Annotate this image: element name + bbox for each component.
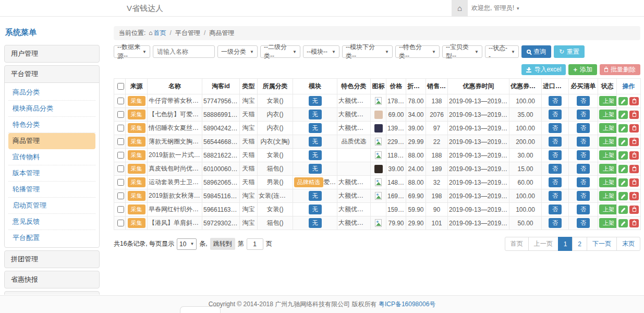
status-button[interactable]: 上架: [599, 218, 617, 228]
row-checkbox[interactable]: [117, 192, 124, 199]
module-badge[interactable]: 无: [309, 150, 322, 160]
edit-button[interactable]: [618, 151, 628, 160]
module-badge[interactable]: 无: [309, 110, 322, 119]
home-button[interactable]: ⌂: [452, 0, 468, 16]
welcome-dropdown[interactable]: 欢迎您, 管理员!▾: [471, 0, 519, 17]
filter-select-feature-category[interactable]: --特色分类--▼: [395, 45, 440, 58]
edit-button[interactable]: [618, 97, 628, 105]
edit-button[interactable]: [618, 206, 628, 214]
sidebar-item-1-9[interactable]: 平台配置: [8, 230, 95, 246]
must-buy-badge[interactable]: 否: [577, 177, 590, 187]
module-badge[interactable]: 无: [309, 137, 322, 147]
import-select-badge[interactable]: 否: [549, 150, 562, 160]
sidebar-item-1-6[interactable]: 轮播管理: [8, 182, 95, 198]
import-select-badge[interactable]: 否: [549, 164, 562, 174]
edit-button[interactable]: [618, 192, 628, 200]
per-page-select[interactable]: 10 ▼: [177, 238, 197, 250]
status-button[interactable]: 上架: [599, 204, 617, 214]
row-checkbox[interactable]: [117, 152, 124, 159]
filter-select-status[interactable]: --状态--▼: [485, 45, 519, 58]
status-button[interactable]: 上架: [599, 150, 617, 160]
must-buy-badge[interactable]: 否: [577, 191, 590, 201]
status-button[interactable]: 上架: [599, 164, 617, 174]
row-checkbox[interactable]: [117, 220, 124, 226]
page-button-上一页[interactable]: 上一页: [528, 237, 558, 251]
import-select-badge[interactable]: 否: [549, 137, 562, 147]
delete-button[interactable]: [629, 192, 639, 200]
reset-button[interactable]: ↻重置: [554, 45, 585, 58]
add-button[interactable]: + 添加: [568, 64, 597, 75]
sidebar-item-1-0[interactable]: 商品分类: [8, 85, 95, 101]
jump-button[interactable]: 跳转到: [210, 238, 235, 250]
sidebar-item-1-8[interactable]: 意见反馈: [8, 214, 95, 230]
status-button[interactable]: 上架: [599, 191, 617, 201]
edit-button[interactable]: [618, 124, 628, 133]
sidebar-item-1-4[interactable]: 宣传物料: [8, 149, 95, 165]
edit-button[interactable]: [618, 165, 628, 173]
sidebar-section-header[interactable]: 省惠快报: [5, 271, 99, 288]
delete-button[interactable]: [629, 165, 639, 173]
module-badge[interactable]: 无: [309, 204, 322, 214]
import-select-badge[interactable]: 否: [549, 191, 562, 201]
import-excel-button[interactable]: 导入excel: [521, 64, 566, 75]
delete-button[interactable]: [629, 97, 639, 105]
module-badge[interactable]: 无: [309, 164, 322, 174]
sidebar-section-header[interactable]: 拼团管理: [5, 251, 99, 268]
sidebar-item-1-5[interactable]: 版本管理: [8, 165, 95, 182]
breadcrumb-home-link[interactable]: 首页: [154, 29, 166, 37]
filter-select-module-subcategory[interactable]: --模块下分类--▼: [342, 45, 393, 58]
delete-button[interactable]: [629, 219, 639, 227]
import-select-badge[interactable]: 否: [549, 96, 562, 106]
module-badge[interactable]: 无: [309, 191, 322, 201]
page-number-input[interactable]: [247, 238, 263, 250]
name-search-input[interactable]: [153, 45, 215, 58]
page-button-首页[interactable]: 首页: [505, 237, 529, 251]
delete-button[interactable]: [629, 151, 639, 160]
status-button[interactable]: 上架: [599, 177, 617, 187]
filter-select-item-type[interactable]: --宝贝类型--▼: [442, 45, 482, 58]
page-button-下一页[interactable]: 下一页: [587, 237, 617, 251]
must-buy-badge[interactable]: 否: [577, 164, 590, 174]
filter-select-category-level2[interactable]: --二级分类--▼: [260, 45, 300, 58]
delete-button[interactable]: [629, 178, 639, 187]
page-button-1[interactable]: 1: [558, 237, 573, 251]
import-select-badge[interactable]: 否: [549, 110, 562, 119]
sidebar-item-1-2[interactable]: 特色分类: [8, 117, 95, 133]
must-buy-badge[interactable]: 否: [577, 150, 590, 160]
edit-button[interactable]: [618, 111, 628, 119]
status-button[interactable]: 上架: [599, 96, 617, 106]
page-button-2[interactable]: 2: [572, 237, 587, 251]
module-badge[interactable]: 无: [309, 123, 322, 133]
row-checkbox[interactable]: [117, 179, 124, 186]
import-select-badge[interactable]: 否: [549, 218, 562, 228]
must-buy-badge[interactable]: 否: [577, 96, 590, 106]
import-select-badge[interactable]: 否: [549, 177, 562, 187]
filter-select-data-source[interactable]: --数据来源--▼: [114, 45, 150, 58]
module-badge[interactable]: 无: [309, 96, 322, 106]
delete-button[interactable]: [629, 138, 639, 146]
page-button-末页[interactable]: 末页: [616, 237, 640, 251]
row-checkbox[interactable]: [117, 98, 124, 104]
edit-button[interactable]: [618, 219, 628, 227]
edit-button[interactable]: [618, 138, 628, 146]
filter-select-module[interactable]: --模块--▼: [303, 45, 339, 58]
module-badge[interactable]: 品牌精选: [294, 177, 323, 187]
header-checkbox[interactable]: [117, 83, 124, 90]
import-select-badge[interactable]: 否: [549, 204, 562, 214]
row-checkbox[interactable]: [117, 206, 124, 213]
import-select-badge[interactable]: 否: [549, 123, 562, 133]
status-button[interactable]: 上架: [599, 123, 617, 133]
status-button[interactable]: 上架: [599, 110, 617, 119]
delete-button[interactable]: [629, 206, 639, 214]
batch-delete-button[interactable]: 批量删除: [600, 64, 640, 75]
must-buy-badge[interactable]: 否: [577, 123, 590, 133]
status-button[interactable]: 上架: [599, 137, 617, 147]
must-buy-badge[interactable]: 否: [577, 218, 590, 228]
sidebar-item-1-1[interactable]: 模块商品分类: [8, 101, 95, 117]
search-button[interactable]: 查询: [521, 45, 551, 58]
sidebar-item-1-7[interactable]: 启动页管理: [8, 198, 95, 214]
sidebar-section-header[interactable]: 消息管理: [5, 292, 99, 295]
sidebar-section-header[interactable]: 平台管理: [5, 66, 99, 82]
sidebar-item-1-3[interactable]: 商品管理: [8, 133, 95, 149]
delete-button[interactable]: [629, 111, 639, 119]
